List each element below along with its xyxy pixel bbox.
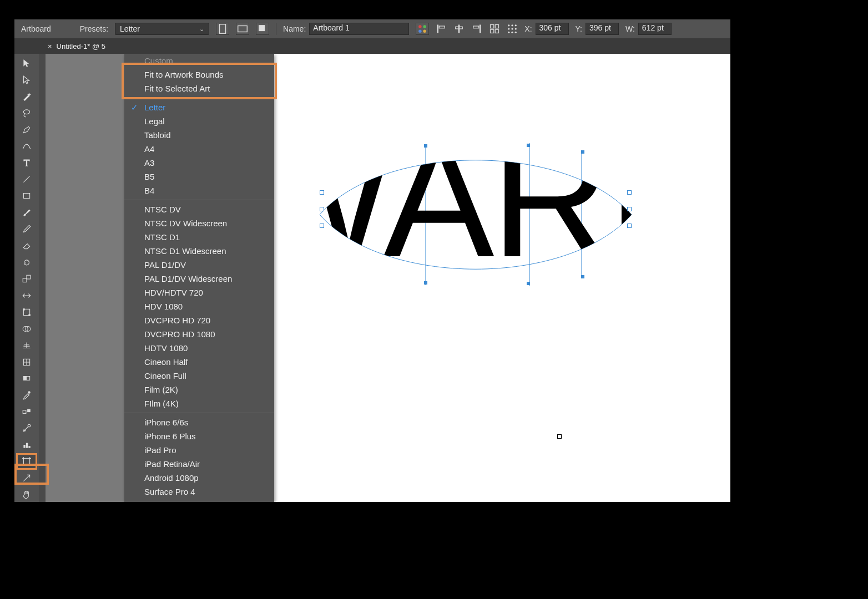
- preset-item[interactable]: HDV 1080: [124, 300, 274, 313]
- preset-item[interactable]: Fit to Artwork Bounds: [124, 68, 274, 82]
- envelope-anchor[interactable]: [527, 282, 530, 285]
- preset-item[interactable]: iPad Retina/Air: [124, 457, 274, 471]
- direct-selection-tool[interactable]: [17, 73, 36, 87]
- separator: [276, 23, 276, 35]
- preset-item[interactable]: PAL D1/DV: [124, 258, 274, 272]
- preset-item[interactable]: Fit to Selected Art: [124, 82, 274, 95]
- svg-point-17: [508, 24, 509, 26]
- w-input[interactable]: 612 pt: [638, 23, 672, 35]
- svg-rect-46: [23, 458, 29, 464]
- warp-text-object[interactable]: WARP: [317, 140, 634, 290]
- close-tab-button[interactable]: ×: [48, 42, 52, 50]
- preset-item[interactable]: NTSC DV: [124, 202, 274, 216]
- preset-item[interactable]: B4: [124, 184, 274, 197]
- canvas[interactable]: CustomFit to Artwork BoundsFit to Select…: [46, 54, 730, 502]
- pen-tool[interactable]: [17, 123, 36, 137]
- line-tool[interactable]: [17, 172, 36, 186]
- y-input[interactable]: 396 pt: [586, 23, 619, 35]
- slice-tool[interactable]: [17, 471, 36, 485]
- preset-item[interactable]: iPad Pro: [124, 443, 274, 457]
- selection-tool[interactable]: [17, 56, 36, 70]
- eyedropper-tool[interactable]: [17, 388, 36, 402]
- preset-item[interactable]: B5: [124, 170, 274, 184]
- type-tool[interactable]: [17, 156, 36, 170]
- reference-point-button[interactable]: [507, 23, 518, 34]
- preset-item[interactable]: iPhone 6/6s: [124, 415, 274, 429]
- presets-dropdown[interactable]: Letter ⌄: [115, 23, 209, 35]
- preset-item[interactable]: Custom: [124, 54, 274, 68]
- preset-item[interactable]: A4: [124, 142, 274, 156]
- mesh-tool[interactable]: [17, 355, 36, 369]
- paintbrush-tool[interactable]: [17, 205, 36, 220]
- preset-item[interactable]: HDTV 1080: [124, 341, 274, 355]
- preset-item[interactable]: Cineon Full: [124, 369, 274, 383]
- name-input[interactable]: Artboard 1: [309, 23, 409, 35]
- artboard-tool[interactable]: [17, 454, 36, 469]
- scale-tool[interactable]: [17, 272, 36, 286]
- preset-item[interactable]: iPhone 6 Plus: [124, 429, 274, 443]
- portrait-button[interactable]: [216, 23, 229, 35]
- svg-rect-44: [26, 443, 28, 448]
- x-input[interactable]: 306 pt: [536, 23, 569, 35]
- svg-point-3: [418, 25, 422, 28]
- envelope-handle[interactable]: [627, 207, 632, 211]
- preset-item[interactable]: DVCPRO HD 720: [124, 313, 274, 327]
- gradient-tool[interactable]: [17, 372, 36, 386]
- curvature-tool[interactable]: [17, 139, 36, 154]
- svg-point-22: [515, 28, 517, 29]
- align-left-button[interactable]: [436, 23, 447, 34]
- preset-item[interactable]: Film (2K): [124, 383, 274, 397]
- preset-item[interactable]: FIlm (4K): [124, 397, 274, 410]
- preset-item[interactable]: Tabloid: [124, 128, 274, 142]
- envelope-handle[interactable]: [320, 207, 324, 211]
- column-graph-tool[interactable]: [17, 438, 36, 452]
- landscape-button[interactable]: [236, 23, 249, 35]
- magic-wand-tool[interactable]: [17, 89, 36, 104]
- envelope-anchor[interactable]: [581, 150, 584, 154]
- envelope-handle[interactable]: [320, 224, 324, 228]
- envelope-anchor[interactable]: [424, 144, 427, 148]
- preset-item[interactable]: PAL D1/DV Widescreen: [124, 272, 274, 286]
- preset-item[interactable]: Letter: [124, 100, 274, 114]
- shape-builder-tool[interactable]: [17, 322, 36, 336]
- symbol-sprayer-tool[interactable]: [17, 421, 36, 435]
- envelope-anchor[interactable]: [527, 144, 530, 147]
- preset-item[interactable]: Surface Pro 4: [124, 485, 274, 499]
- presets-value: Letter: [120, 24, 140, 33]
- envelope-anchor[interactable]: [424, 281, 427, 285]
- preset-item[interactable]: DVCPRO HD 1080: [124, 327, 274, 341]
- pencil-tool[interactable]: [17, 222, 36, 236]
- lasso-tool[interactable]: [17, 106, 36, 120]
- preset-item[interactable]: NTSC DV Widescreen: [124, 216, 274, 230]
- preset-item[interactable]: A3: [124, 156, 274, 170]
- new-artboard-button[interactable]: [256, 23, 269, 35]
- preset-item[interactable]: NTSC D1 Widescreen: [124, 244, 274, 258]
- svg-point-5: [418, 29, 422, 33]
- width-tool[interactable]: [17, 288, 36, 303]
- hand-tool[interactable]: [17, 488, 36, 502]
- align-right-button[interactable]: [471, 23, 482, 34]
- preset-item[interactable]: Cineon Half: [124, 355, 274, 369]
- presets-menu: CustomFit to Artwork BoundsFit to Select…: [124, 54, 274, 502]
- align-grid-button[interactable]: [489, 23, 500, 34]
- envelope-handle[interactable]: [627, 224, 632, 228]
- svg-rect-0: [220, 24, 226, 34]
- align-center-h-button[interactable]: [453, 23, 465, 34]
- perspective-grid-tool[interactable]: [17, 338, 36, 353]
- preset-item[interactable]: Android 1080p: [124, 471, 274, 485]
- rotate-tool[interactable]: [17, 255, 36, 270]
- options-bar: Artboard Presets: Letter ⌄ Name: Artboar…: [14, 19, 730, 38]
- preset-item[interactable]: NTSC D1: [124, 230, 274, 244]
- preset-item[interactable]: HDV/HDTV 720: [124, 286, 274, 300]
- envelope-handle[interactable]: [627, 190, 632, 195]
- free-transform-tool[interactable]: [17, 305, 36, 319]
- envelope-anchor[interactable]: [581, 275, 584, 278]
- blend-tool[interactable]: [17, 404, 36, 419]
- envelope-handle[interactable]: [320, 190, 324, 195]
- crop-mark: [557, 434, 562, 439]
- preset-item[interactable]: Legal: [124, 114, 274, 128]
- rectangle-tool[interactable]: [17, 189, 36, 203]
- options-button[interactable]: [416, 23, 429, 35]
- eraser-tool[interactable]: [17, 238, 36, 253]
- document-tab-title[interactable]: Untitled-1* @ 5: [57, 42, 105, 50]
